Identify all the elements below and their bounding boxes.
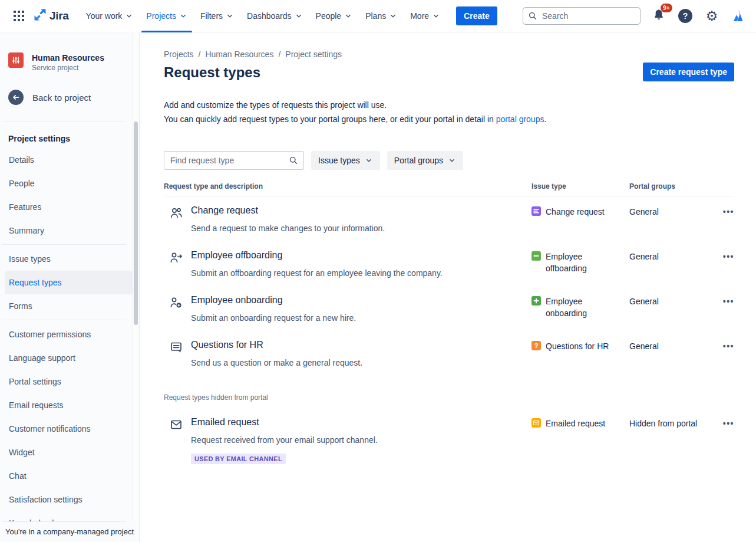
plus-issue-icon (531, 296, 541, 306)
project-mode-note: You're in a company-managed project (0, 522, 139, 536)
sidebar-item-language-support[interactable]: Language support (5, 346, 134, 370)
sidebar-item-email-requests[interactable]: Email requests (5, 393, 134, 417)
request-type-link[interactable]: Questions for HR (191, 339, 263, 352)
sidebar-item-issue-types[interactable]: Issue types (5, 247, 134, 271)
sidebar-item-features[interactable]: Features (5, 195, 134, 219)
project-name: Human Resources (32, 52, 104, 63)
nav-item-people[interactable]: People (309, 0, 359, 32)
nav-item-label: People (316, 11, 342, 21)
nav-item-plans[interactable]: Plans (359, 0, 404, 32)
chevron-down-icon (344, 12, 352, 20)
sidebar-scrollbar-thumb[interactable] (134, 121, 138, 325)
row-actions-button[interactable]: ••• (723, 294, 734, 308)
sidebar-item-request-types[interactable]: Request types (5, 271, 134, 294)
sidebar-item-label: Chat (9, 471, 27, 481)
create-request-type-button[interactable]: Create request type (643, 63, 734, 81)
request-type-link[interactable]: Change request (191, 204, 258, 217)
request-type-link[interactable]: Employee onboarding (191, 294, 283, 307)
sidebar-item-widget[interactable]: Widget (5, 441, 134, 464)
breadcrumb: Projects / Human Resources / Project set… (164, 50, 734, 59)
sidebar-footer: You're in a company-managed project (0, 521, 139, 542)
breadcrumb-project-settings[interactable]: Project settings (285, 50, 342, 59)
sidebar-item-summary[interactable]: Summary (5, 219, 134, 242)
chevron-down-icon (389, 12, 397, 20)
jira-mark-icon (33, 8, 47, 24)
sidebar-item-label: Widget (9, 448, 35, 457)
sidebar-item-label: People (9, 179, 35, 188)
chevron-down-icon (179, 12, 187, 20)
nav-item-your-work[interactable]: Your work (80, 0, 140, 32)
hidden-section-label: Request types hidden from portal (164, 393, 734, 402)
settings-button[interactable]: ⚙ (704, 8, 720, 24)
row-actions-button[interactable]: ••• (723, 249, 734, 263)
sidebar-item-details[interactable]: Details (5, 148, 134, 172)
issue-type-label: Questions for HR (546, 340, 609, 352)
project-type: Service project (32, 64, 104, 72)
sidebar-item-label: Details (9, 155, 34, 165)
jira-logo[interactable]: Jira (33, 8, 69, 24)
request-type-link[interactable]: Employee offboarding (191, 249, 282, 262)
nav-item-filters[interactable]: Filters (194, 0, 240, 32)
sidebar-item-label: Forms (9, 301, 32, 311)
description-period: . (544, 114, 546, 124)
sidebar-item-portal-settings[interactable]: Portal settings (5, 370, 134, 393)
sidebar-item-satisfaction-settings[interactable]: Satisfaction settings (5, 488, 134, 511)
atlassian-logo[interactable] (730, 8, 747, 24)
filter-toolbar: Issue types Portal groups (164, 151, 734, 170)
issue-type-label: Employee onboarding (546, 295, 614, 319)
sidebar-item-knowledge-base[interactable]: Knowledge base (5, 511, 134, 521)
app-switcher-icon[interactable] (9, 6, 28, 25)
find-request-type-input[interactable] (164, 151, 304, 170)
nav-item-label: Dashboards (247, 11, 292, 21)
portal-groups-filter-dropdown[interactable]: Portal groups (387, 151, 463, 170)
sidebar-section-title: Project settings (0, 121, 139, 146)
help-button[interactable]: ? (677, 8, 694, 24)
table-row: Emailed request Request received from yo… (164, 408, 734, 464)
back-to-project-label: Back to project (32, 93, 91, 103)
row-actions-button[interactable]: ••• (723, 339, 734, 353)
description-line-1: Add and customize the types of requests … (164, 98, 734, 112)
create-button[interactable]: Create (456, 6, 497, 25)
issue-types-filter-dropdown[interactable]: Issue types (311, 151, 380, 170)
envelope-icon (169, 418, 183, 432)
back-to-project-button[interactable]: Back to project (0, 72, 139, 105)
sidebar-item-forms[interactable]: Forms (5, 294, 134, 318)
request-type-link[interactable]: Emailed request (191, 416, 259, 429)
sidebar-item-customer-permissions[interactable]: Customer permissions (5, 323, 134, 346)
main-content: Projects / Human Resources / Project set… (140, 33, 756, 542)
sidebar-item-label: Language support (9, 353, 75, 363)
person-leave-icon (169, 251, 183, 265)
request-type-description: Request received from your email support… (191, 434, 378, 446)
portal-group-cell: General (629, 339, 713, 376)
comment-icon (169, 340, 183, 354)
portal-group-cell: Hidden from portal (629, 416, 713, 464)
sidebar-item-label: Customer notifications (9, 424, 91, 433)
request-type-description: Submit an offboarding request for an emp… (191, 267, 443, 279)
find-request-type-field (164, 151, 304, 170)
sidebar-item-chat[interactable]: Chat (5, 464, 134, 488)
chevron-down-icon (365, 156, 373, 165)
nav-item-projects[interactable]: Projects (140, 0, 194, 32)
sidebar-item-people[interactable]: People (5, 172, 134, 195)
nav-item-label: Your work (86, 11, 123, 21)
description-text: You can quickly add request types to you… (164, 114, 496, 124)
chevron-down-icon (432, 12, 440, 20)
notifications-button[interactable]: 9+ (651, 8, 667, 24)
jira-logo-text: Jira (49, 9, 69, 22)
breadcrumb-projects[interactable]: Projects (164, 50, 194, 59)
issue-type-cell: Change request (531, 204, 629, 241)
global-search-input[interactable] (523, 7, 641, 25)
row-actions-button[interactable]: ••• (723, 416, 734, 430)
nav-item-more[interactable]: More (404, 0, 447, 32)
breadcrumb-human-resources[interactable]: Human Resources (205, 50, 273, 59)
table-row: Employee offboarding Submit an offboardi… (164, 241, 734, 286)
portal-groups-link[interactable]: portal groups (496, 114, 544, 124)
sidebar-item-customer-notifications[interactable]: Customer notifications (5, 417, 134, 441)
nav-item-label: More (410, 11, 429, 21)
table-row: Employee onboarding Submit an onboarding… (164, 286, 734, 331)
page-title: Request types (164, 63, 260, 82)
issue-type-label: Change request (546, 206, 605, 218)
sidebar-item-label: Portal settings (9, 377, 61, 386)
row-actions-button[interactable]: ••• (723, 204, 734, 218)
nav-item-dashboards[interactable]: Dashboards (240, 0, 309, 32)
